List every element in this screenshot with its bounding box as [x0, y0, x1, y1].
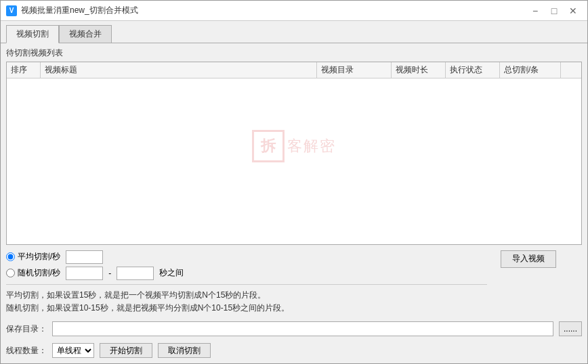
col-header-dir: 视频目录 — [317, 62, 392, 78]
watermark-box: 拆 — [252, 130, 285, 162]
rand-cut-row: 随机切割/秒 - 秒之间 — [6, 267, 487, 280]
rand-cut-input2[interactable] — [117, 267, 154, 280]
table-body: 拆 客解密 — [7, 78, 581, 214]
col-header-extra — [561, 62, 581, 78]
import-video-button[interactable]: 导入视频 — [501, 250, 556, 268]
avg-cut-row: 平均切割/秒 — [6, 250, 487, 264]
minimize-button[interactable]: − — [526, 4, 544, 18]
desc-line1: 平均切割，如果设置15秒，就是把一个视频平均切割成N个15秒的片段。 — [6, 289, 487, 302]
tab-video-cut[interactable]: 视频切割 — [6, 25, 59, 43]
watermark-text: 客解密 — [287, 136, 336, 156]
col-header-dur: 视频时长 — [392, 62, 446, 78]
rand-cut-radio[interactable] — [6, 269, 15, 277]
col-header-total: 总切割/条 — [500, 62, 561, 78]
left-panel: 平均切割/秒 随机切割/秒 - 秒之间 — [6, 250, 487, 315]
table-header: 排序 视频标题 视频目录 视频时长 执行状态 总切割/条 — [7, 62, 581, 78]
bottom-section: 平均切割/秒 随机切割/秒 - 秒之间 — [6, 245, 582, 358]
main-content: 待切割视频列表 排序 视频标题 视频目录 视频时长 执行状态 总切割/条 拆 客… — [1, 43, 587, 363]
save-dir-label: 保存目录： — [6, 323, 47, 335]
main-window: V 视频批量消重new_切割合并模式 − □ ✕ 视频切割 视频合并 待切割视频… — [0, 0, 588, 364]
tab-video-merge[interactable]: 视频合并 — [59, 25, 112, 43]
desc-text: 平均切割，如果设置15秒，就是把一个视频平均切割成N个15秒的片段。 随机切割，… — [6, 289, 487, 315]
save-dir-input[interactable] — [52, 321, 553, 336]
right-panel: 导入视频 — [501, 250, 582, 268]
col-header-status: 执行状态 — [446, 62, 500, 78]
start-cut-button[interactable]: 开始切割 — [100, 343, 152, 358]
desc-line2: 随机切割，如果设置10-15秒，就是把视频平均分割成N个10-15秒之间的片段。 — [6, 302, 487, 315]
video-table: 排序 视频标题 视频目录 视频时长 执行状态 总切割/条 拆 客解密 — [6, 62, 582, 245]
avg-cut-input[interactable] — [66, 250, 103, 264]
title-bar: V 视频批量消重new_切割合并模式 − □ ✕ — [1, 1, 587, 21]
watermark: 拆 客解密 — [252, 130, 336, 162]
rand-cut-input1[interactable] — [66, 267, 103, 280]
tab-bar: 视频切割 视频合并 — [1, 21, 587, 43]
window-controls: − □ ✕ — [526, 4, 582, 18]
col-header-seq: 排序 — [7, 62, 41, 78]
avg-cut-radio[interactable] — [6, 252, 15, 261]
thread-select[interactable]: 单线程 双线程 四线程 — [52, 343, 94, 358]
window-title: 视频批量消重new_切割合并模式 — [21, 5, 526, 16]
app-icon: V — [6, 5, 17, 16]
cancel-cut-button[interactable]: 取消切割 — [158, 343, 211, 358]
browse-button[interactable]: ...... — [559, 321, 582, 336]
maximize-button[interactable]: □ — [545, 4, 563, 18]
col-header-title: 视频标题 — [41, 62, 317, 78]
rand-cut-radio-label[interactable]: 随机切割/秒 — [6, 267, 60, 279]
thread-label: 线程数量： — [6, 345, 47, 357]
section-label: 待切割视频列表 — [6, 47, 582, 59]
close-button[interactable]: ✕ — [564, 4, 582, 18]
avg-cut-radio-label[interactable]: 平均切割/秒 — [6, 251, 60, 263]
